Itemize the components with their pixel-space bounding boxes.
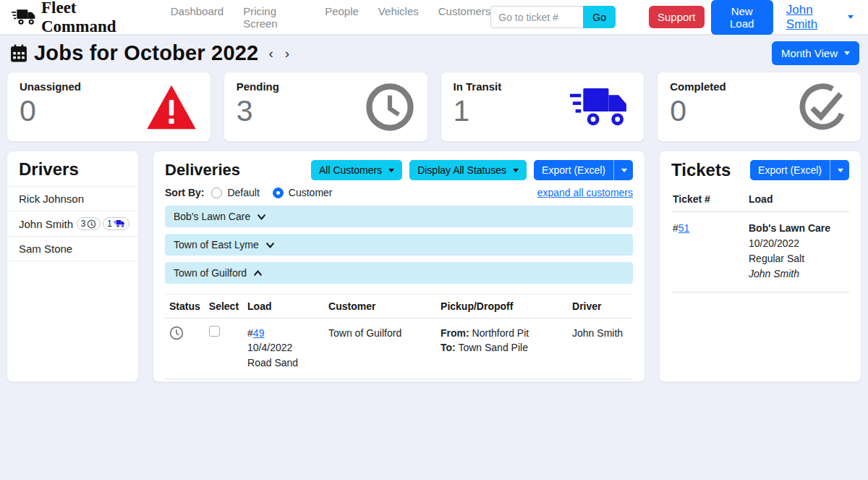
card-in-transit-count: 1 <box>454 95 502 127</box>
card-pending: Pending 3 <box>224 72 428 142</box>
brand-logo[interactable]: Fleet Command <box>12 0 152 36</box>
select-load-checkbox[interactable] <box>209 326 220 337</box>
pending-count-badge: 3 <box>77 217 101 230</box>
deliveries-export-dropdown-toggle[interactable] <box>613 160 633 180</box>
month-view-button[interactable]: Month View <box>772 41 859 65</box>
drivers-panel: Drivers Rick Johnson John Smith 3 1 <box>7 151 139 382</box>
customer-group-town-of-east-lyme[interactable]: Town of East Lyme <box>165 234 633 256</box>
tickets-header: Tickets Export (Excel) <box>671 160 849 180</box>
card-unassigned: Unassigned 0 <box>7 72 211 142</box>
transit-badge-count: 1 <box>107 219 112 229</box>
tickets-table: Ticket # Load #51 Bob's Lawn Care 10/20/… <box>671 189 849 292</box>
truck-logo-icon <box>12 8 38 26</box>
card-completed: Completed 0 <box>657 72 861 142</box>
tickets-export-split-button: Export (Excel) <box>750 160 849 180</box>
tickets-export-dropdown-toggle[interactable] <box>830 160 849 180</box>
customer-group-town-of-guilford[interactable]: Town of Guilford <box>165 262 633 284</box>
ticket-material: Regular Salt <box>749 253 804 264</box>
nav-link-vehicles[interactable]: Vehicles <box>378 5 419 30</box>
chevron-up-icon <box>253 270 263 277</box>
customer-group-name: Bob's Lawn Care <box>174 211 250 222</box>
customer-group-name: Town of Guilford <box>174 267 247 279</box>
page-header: Jobs for October 2022 ‹ › Month View <box>0 35 868 71</box>
ticket-number-link[interactable]: 51 <box>678 222 690 234</box>
ticket-row: #51 Bob's Lawn Care 10/20/2022 Regular S… <box>671 212 849 292</box>
deliveries-export-button[interactable]: Export (Excel) <box>534 160 613 180</box>
tickets-export-button[interactable]: Export (Excel) <box>750 160 830 180</box>
chevron-down-icon <box>388 169 394 172</box>
sort-option-customer[interactable]: Customer <box>273 187 333 198</box>
nav-link-customers[interactable]: Customers <box>438 5 491 30</box>
delivery-customer-cell: Town of Guilford <box>324 319 436 379</box>
customer-filter-dropdown[interactable]: All Customers <box>311 160 402 180</box>
column-header-ticket-load: Load <box>747 189 849 212</box>
chevron-down-icon <box>513 169 519 172</box>
column-header-select: Select <box>205 295 243 319</box>
truck-fast-icon <box>570 85 631 130</box>
customer-group-name: Town of East Lyme <box>174 239 259 250</box>
delivery-status-cell <box>165 319 205 379</box>
top-navbar: Fleet Command Dashboard Pricing Screen P… <box>0 0 868 35</box>
next-month-button[interactable]: › <box>284 45 291 62</box>
deliveries-actions: All Customers Display All Statuses Expor… <box>311 160 633 180</box>
column-header-load: Load <box>243 295 324 319</box>
driver-row-sam-stone[interactable]: Sam Stone <box>7 237 138 261</box>
load-date: 10/4/2022 <box>247 342 292 353</box>
user-menu[interactable]: John Smith <box>786 3 854 32</box>
radio-unchecked-icon <box>211 188 222 198</box>
card-unassigned-label: Unassigned <box>20 80 81 93</box>
to-label: To: <box>441 342 456 353</box>
deliveries-panel: Deliveries All Customers Display All Sta… <box>153 151 645 382</box>
ticket-date: 10/20/2022 <box>749 237 799 249</box>
drivers-panel-title: Drivers <box>7 151 138 187</box>
chevron-down-icon <box>848 15 854 19</box>
delivery-load-cell: #49 10/4/2022 Road Sand <box>243 319 324 379</box>
sort-option-default[interactable]: Default <box>211 187 259 198</box>
status-cards: Unassigned 0 Pending 3 In Transit 1 <box>7 72 861 142</box>
ticket-driver: John Smith <box>749 268 799 279</box>
customer-group-bobs-lawn-care[interactable]: Bob's Lawn Care <box>165 206 633 227</box>
column-header-customer: Customer <box>324 295 436 319</box>
nav-link-dashboard[interactable]: Dashboard <box>171 5 224 30</box>
ticket-search-input[interactable] <box>490 6 583 28</box>
sort-controls: Sort By: Default Customer expand all cus… <box>165 187 633 198</box>
chevron-down-icon <box>265 242 275 248</box>
status-filter-dropdown[interactable]: Display All Statuses <box>409 160 527 180</box>
card-in-transit-label: In Transit <box>454 80 502 93</box>
nav-link-pricing-screen[interactable]: Pricing Screen <box>243 5 305 30</box>
sort-option-default-label: Default <box>227 187 259 198</box>
expand-all-customers-link[interactable]: expand all customers <box>537 187 633 198</box>
main-content: Drivers Rick Johnson John Smith 3 1 <box>7 151 861 382</box>
chevron-down-icon <box>621 169 627 172</box>
driver-name: Rick Johnson <box>19 193 84 205</box>
card-completed-count: 0 <box>670 95 726 127</box>
new-load-button[interactable]: New Load <box>711 0 773 35</box>
load-number-link[interactable]: 49 <box>253 327 265 339</box>
tickets-panel: Tickets Export (Excel) Ticket # Load #51 <box>659 151 861 382</box>
delivery-select-cell <box>205 319 243 379</box>
month-view-label: Month View <box>781 47 838 59</box>
sort-by-label: Sort By: <box>165 187 204 198</box>
card-completed-label: Completed <box>670 80 726 93</box>
prev-month-button[interactable]: ‹ <box>267 45 274 62</box>
warning-triangle-icon <box>145 83 197 131</box>
driver-row-john-smith[interactable]: John Smith 3 1 <box>7 211 138 237</box>
driver-name: Sam Stone <box>19 243 72 255</box>
delivery-pickup-dropoff-cell: From: Northford Pit To: Town Sand Pile <box>436 319 568 379</box>
page-title: Jobs for October 2022 <box>34 41 258 65</box>
ticket-search-go-button[interactable]: Go <box>583 6 616 28</box>
ticket-load-cell: Bob's Lawn Care 10/20/2022 Regular Salt … <box>747 212 849 292</box>
card-unassigned-count: 0 <box>20 95 81 127</box>
support-button[interactable]: Support <box>649 6 705 28</box>
card-in-transit: In Transit 1 <box>441 72 645 142</box>
chevron-down-icon <box>838 169 843 172</box>
ticket-hash: # <box>673 222 678 234</box>
transit-count-badge: 1 <box>103 217 129 230</box>
date-navigation: ‹ › <box>267 45 291 62</box>
from-label: From: <box>441 327 469 339</box>
chevron-down-icon <box>257 214 266 220</box>
driver-row-rick-johnson[interactable]: Rick Johnson <box>7 187 138 211</box>
ticket-search-group: Go <box>490 6 616 28</box>
nav-link-people[interactable]: People <box>325 5 359 30</box>
deliveries-panel-title: Deliveries <box>165 161 240 180</box>
